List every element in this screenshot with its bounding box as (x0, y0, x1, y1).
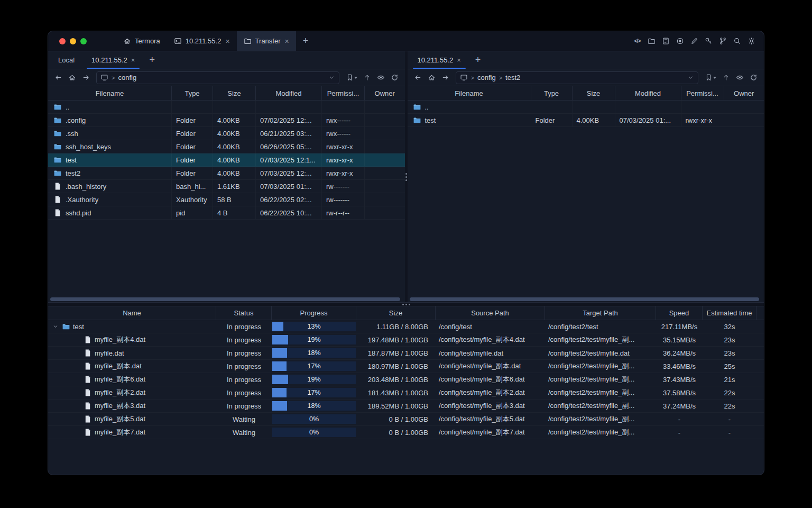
chevron-down-icon[interactable] (687, 74, 694, 81)
tab-transfer[interactable]: Transfer × (237, 31, 296, 51)
close-icon[interactable]: × (131, 56, 135, 64)
forward-button[interactable] (80, 71, 92, 84)
file-row[interactable]: .. (48, 101, 405, 114)
transfer-row[interactable]: myfile_副本5.dat Waiting 0% 0 B / 1.00GB /… (48, 413, 764, 426)
column-header-modified[interactable]: Modified (256, 86, 322, 100)
horizontal-scrollbar[interactable] (409, 297, 763, 302)
horizontal-scrollbar[interactable] (49, 297, 404, 302)
edit-icon[interactable] (690, 37, 699, 46)
scrollbar-thumb[interactable] (50, 297, 400, 301)
code-icon[interactable]: </> (633, 37, 642, 46)
record-icon[interactable] (676, 37, 685, 46)
column-header-target-path[interactable]: Target Path (545, 306, 656, 320)
column-header-source-path[interactable]: Source Path (436, 306, 545, 320)
minimize-window-button[interactable] (70, 38, 76, 44)
column-header-size[interactable]: Size (213, 86, 256, 100)
tab-host-10-211-55-2[interactable]: 10.211.55.2 × (167, 31, 237, 51)
column-header-type[interactable]: Type (172, 86, 213, 100)
home-button[interactable] (66, 71, 78, 84)
column-header-permissions[interactable]: Permissi... (681, 86, 724, 100)
new-panel-tab-button[interactable]: + (143, 51, 161, 69)
transfer-splitter[interactable] (48, 302, 764, 306)
file-row[interactable]: .bash_history bash_hi... 1.61KB 07/03/20… (48, 180, 405, 193)
file-row[interactable]: sshd.pid pid 4 B 06/22/2025 10:... rw-r-… (48, 206, 405, 220)
column-header-speed[interactable]: Speed (656, 306, 703, 320)
transfer-row[interactable]: myfile_副本3.dat In progress 18% 189.52MB … (48, 400, 764, 413)
forward-button[interactable] (439, 71, 451, 84)
expand-chevron-icon[interactable] (51, 323, 59, 330)
file-row[interactable]: .config Folder 4.00KB 07/02/2025 12:... … (48, 114, 405, 127)
back-button[interactable] (52, 71, 64, 84)
key-icon[interactable] (704, 37, 713, 46)
parent-directory-button[interactable] (720, 71, 732, 84)
home-button[interactable] (426, 71, 438, 84)
transfer-row[interactable]: myfile_副本.dat In progress 17% 180.97MB /… (48, 360, 764, 373)
file-row[interactable]: test Folder 4.00KB 07/03/2025 01:... rwx… (408, 114, 764, 127)
file-row[interactable]: .. (408, 101, 764, 114)
close-icon[interactable]: × (457, 56, 461, 64)
show-hidden-files-button[interactable] (375, 71, 387, 84)
branch-icon[interactable] (718, 37, 727, 46)
close-icon[interactable]: × (225, 37, 229, 46)
path-breadcrumb[interactable]: >config>test2 (456, 71, 699, 84)
column-header-progress[interactable]: Progress (272, 306, 356, 320)
transfer-row[interactable]: myfile_副本7.dat Waiting 0% 0 B / 1.00GB /… (48, 426, 764, 439)
tab-remote-10-211-55-2[interactable]: 10.211.55.2 × (409, 51, 469, 69)
parent-directory-button[interactable] (361, 71, 373, 84)
chevron-down-icon[interactable] (328, 74, 335, 81)
new-panel-tab-button[interactable]: + (469, 51, 487, 69)
column-header-owner[interactable]: Owner (365, 86, 405, 100)
tab-termora[interactable]: Termora (116, 31, 167, 51)
scrollbar-thumb[interactable] (410, 297, 760, 301)
column-header-owner[interactable]: Owner (724, 86, 764, 100)
breadcrumb-separator: > (112, 75, 115, 81)
bookmark-button[interactable] (344, 71, 359, 84)
transfer-eta: 23s (703, 333, 756, 346)
column-header-name[interactable]: Name (48, 306, 216, 320)
row-filler (756, 360, 764, 373)
column-header-size[interactable]: Size (356, 306, 436, 320)
tab-local[interactable]: Local (50, 51, 83, 69)
show-hidden-files-button[interactable] (734, 71, 746, 84)
column-header-size[interactable]: Size (573, 86, 615, 100)
column-header-modified[interactable]: Modified (615, 86, 681, 100)
transfer-row[interactable]: myfile_副本2.dat In progress 17% 181.43MB … (48, 386, 764, 400)
transfer-row[interactable]: myfile.dat In progress 18% 187.87MB / 1.… (48, 347, 764, 360)
folder-outline-icon[interactable] (647, 37, 656, 46)
transfer-row[interactable]: test In progress 13% 1.11GB / 8.00GB /co… (48, 320, 764, 333)
progress-label: 18% (272, 401, 356, 411)
file-row[interactable]: ssh_host_keys Folder 4.00KB 06/26/2025 0… (48, 140, 405, 153)
transfer-size: 180.97MB / 1.00GB (356, 360, 436, 373)
path-breadcrumb[interactable]: >config (96, 71, 339, 84)
breadcrumb-segment[interactable]: test2 (505, 74, 520, 81)
log-icon[interactable] (661, 37, 670, 46)
breadcrumb-segment[interactable]: config (118, 74, 136, 81)
file-row[interactable]: test2 Folder 4.00KB 07/03/2025 12:... rw… (48, 167, 405, 180)
column-header-permissions[interactable]: Permissi... (322, 86, 365, 100)
file-row[interactable]: .Xauthority Xauthority 58 B 06/22/2025 0… (48, 193, 405, 206)
search-icon[interactable] (733, 37, 742, 46)
zoom-window-button[interactable] (80, 38, 87, 44)
gear-icon[interactable] (747, 37, 756, 46)
file-row[interactable]: test Folder 4.00KB 07/03/2025 12:1... rw… (48, 153, 405, 167)
file-size (573, 101, 615, 113)
new-tab-button[interactable]: + (296, 31, 316, 51)
refresh-button[interactable] (389, 71, 401, 84)
breadcrumb-segment[interactable]: config (477, 74, 496, 81)
file-size: 4.00KB (213, 114, 256, 126)
column-header-status[interactable]: Status (216, 306, 272, 320)
tab-remote-10-211-55-2[interactable]: 10.211.55.2 × (83, 51, 143, 69)
column-header-filename[interactable]: Filename (48, 86, 172, 100)
column-header-estimated-time[interactable]: Estimated time (703, 306, 756, 320)
back-button[interactable] (412, 71, 424, 84)
refresh-button[interactable] (748, 71, 760, 84)
column-header-type[interactable]: Type (531, 86, 573, 100)
column-header-filename[interactable]: Filename (408, 86, 531, 100)
file-row[interactable]: .ssh Folder 4.00KB 06/21/2025 03:... rwx… (48, 127, 405, 140)
transfer-row[interactable]: myfile_副本6.dat In progress 19% 203.48MB … (48, 373, 764, 386)
transfer-row[interactable]: myfile_副本4.dat In progress 19% 197.48MB … (48, 333, 764, 347)
close-window-button[interactable] (59, 38, 66, 44)
bookmark-button[interactable] (703, 71, 718, 84)
close-icon[interactable]: × (285, 37, 289, 46)
transfer-target-path: /config/test2/test/myfile_副... (545, 386, 656, 399)
